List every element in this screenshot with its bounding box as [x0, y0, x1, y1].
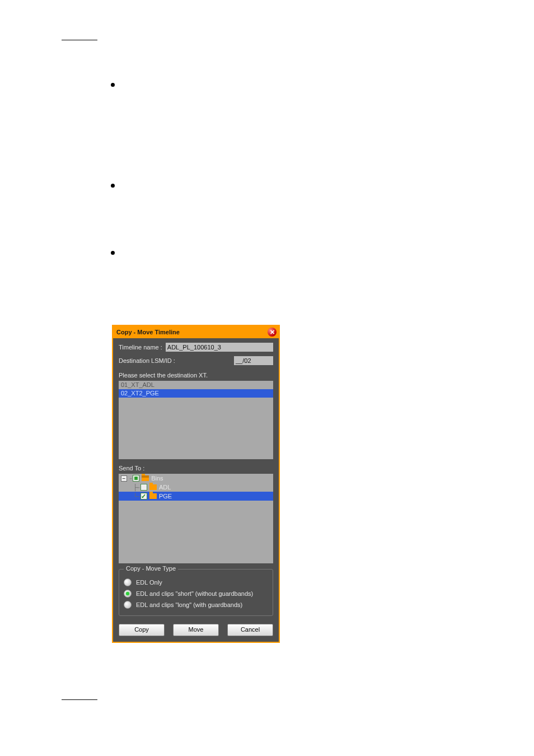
tree-connector-icon: ··	[129, 475, 132, 482]
bullet-2	[111, 184, 115, 188]
copy-move-timeline-dialog: Copy - Move Timeline ✕ Timeline name : A…	[112, 325, 280, 643]
list-item[interactable]: 01_XT_ADL	[119, 381, 273, 389]
tree-child-row[interactable]: └·· PGE	[119, 492, 273, 501]
radio-icon	[124, 590, 132, 598]
bullet-3	[111, 251, 115, 255]
tree-connector-icon: └··	[133, 493, 139, 500]
destination-xt-list[interactable]: 01_XT_ADL 02_XT2_PGE	[119, 381, 273, 459]
tree-child-row[interactable]: ├·· ADL	[119, 483, 273, 492]
bullet-1	[111, 83, 115, 87]
tree-root-row[interactable]: − ·· Bins	[119, 474, 273, 483]
select-destination-label: Please select the destination XT.	[119, 372, 273, 379]
copy-move-type-group: Copy - Move Type EDL Only EDL and clips …	[119, 569, 273, 616]
send-to-label: Send To :	[119, 465, 273, 472]
destination-lsm-label: Destination LSM/ID :	[119, 357, 175, 364]
send-to-tree[interactable]: − ·· Bins ├·· ADL └·· PGE	[119, 474, 273, 563]
folder-icon	[149, 484, 157, 490]
radio-edl-clips-short[interactable]: EDL and clips "short" (without guardband…	[124, 590, 268, 598]
copy-button[interactable]: Copy	[119, 624, 165, 636]
timeline-name-label: Timeline name :	[119, 344, 162, 351]
dialog-title: Copy - Move Timeline	[116, 329, 180, 335]
destination-lsm-field[interactable]: __/02	[234, 356, 273, 365]
timeline-name-field[interactable]: ADL_PL_100610_3	[166, 343, 273, 352]
copy-move-type-legend: Copy - Move Type	[124, 565, 178, 572]
collapse-icon[interactable]: −	[121, 475, 127, 482]
adl-checkbox[interactable]	[140, 484, 147, 491]
radio-icon	[124, 601, 132, 609]
radio-edl-clips-long[interactable]: EDL and clips "long" (with guardbands)	[124, 601, 268, 609]
dialog-titlebar: Copy - Move Timeline ✕	[113, 326, 279, 338]
cancel-button[interactable]: Cancel	[227, 624, 273, 636]
pge-checkbox[interactable]	[140, 493, 147, 500]
tree-node-label: ADL	[159, 484, 171, 491]
tree-node-label: PGE	[159, 493, 172, 500]
decorative-line-bottom	[62, 699, 97, 700]
decorative-line-top	[62, 39, 97, 40]
tree-node-label: Bins	[151, 475, 163, 482]
radio-label: EDL and clips "short" (without guardband…	[136, 590, 253, 597]
timeline-name-row: Timeline name : ADL_PL_100610_3	[119, 343, 273, 352]
folder-open-icon	[142, 475, 149, 481]
tree-connector-icon: ├··	[133, 484, 139, 491]
move-button[interactable]: Move	[173, 624, 219, 636]
radio-edl-only[interactable]: EDL Only	[124, 578, 268, 586]
radio-label: EDL Only	[136, 579, 162, 586]
bins-checkbox[interactable]	[133, 475, 139, 482]
dialog-button-bar: Copy Move Cancel	[119, 624, 273, 636]
radio-icon	[124, 578, 132, 586]
destination-lsm-row: Destination LSM/ID : __/02	[119, 356, 273, 365]
radio-label: EDL and clips "long" (with guardbands)	[136, 601, 242, 608]
list-item[interactable]: 02_XT2_PGE	[119, 389, 273, 398]
close-icon[interactable]: ✕	[268, 328, 277, 337]
folder-icon	[149, 493, 157, 499]
